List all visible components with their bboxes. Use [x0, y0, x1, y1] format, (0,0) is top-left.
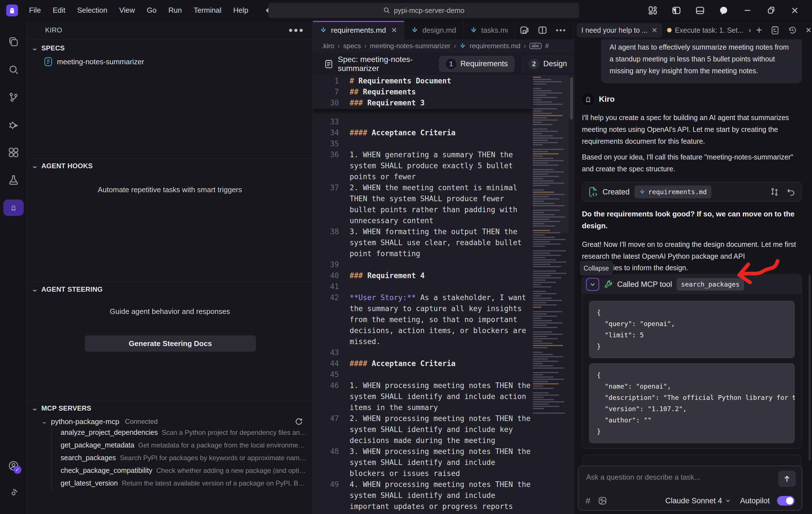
- mcp-server-row[interactable]: ⌄ python-package-mcp Connected: [27, 415, 313, 428]
- tab-design[interactable]: design.md: [404, 21, 463, 39]
- close-icon[interactable]: [790, 6, 800, 15]
- created-file-card[interactable]: Created requirements.md: [582, 182, 802, 202]
- chevron-right-icon[interactable]: ›: [749, 26, 751, 35]
- context-hash-icon[interactable]: #: [586, 496, 590, 506]
- history-icon[interactable]: [788, 26, 797, 35]
- menu-go[interactable]: Go: [141, 6, 163, 14]
- files-icon[interactable]: [0, 28, 27, 56]
- generate-steering-docs-button[interactable]: Generate Steering Docs: [85, 335, 256, 352]
- refresh-icon[interactable]: [295, 417, 303, 426]
- send-button[interactable]: [778, 471, 796, 487]
- menu-help[interactable]: Help: [227, 6, 254, 14]
- mcp-section-header[interactable]: ⌄ MCP SERVERS: [27, 402, 313, 415]
- account-icon[interactable]: ✓: [0, 452, 27, 480]
- mcp-request-json: { "query": "openai", "limit": 5}: [589, 301, 795, 358]
- breadcrumb-item[interactable]: .kiro: [321, 42, 334, 50]
- file-chip[interactable]: requirements.md: [635, 185, 712, 199]
- layout-sidebar-icon[interactable]: [672, 6, 681, 15]
- chat-messages[interactable]: AI agent has to effectively summarize me…: [574, 39, 812, 514]
- code-editor[interactable]: 33 34#### Acceptance Criteria35 361. WHE…: [313, 75, 574, 514]
- breadcrumb-item[interactable]: meeting-notes-summarizer: [370, 42, 450, 50]
- line-number: 48: [313, 446, 350, 479]
- step-design[interactable]: 2 Design: [522, 56, 574, 72]
- autopilot-toggle[interactable]: [777, 496, 794, 506]
- menu-edit[interactable]: Edit: [47, 6, 71, 14]
- code-line: 7## Requirements: [313, 87, 532, 97]
- settings-icon[interactable]: [0, 480, 27, 507]
- search-query-text: pypi-mcp-server-demo: [394, 6, 464, 14]
- menu-view[interactable]: View: [113, 6, 141, 14]
- hooks-section-header[interactable]: ⌄ AGENT HOOKS: [27, 159, 313, 173]
- menu-selection[interactable]: Selection: [71, 6, 113, 14]
- chat-scrollbar[interactable]: [809, 274, 811, 460]
- sidebar-item-spec[interactable]: meeting-notes-summarizer: [27, 55, 313, 69]
- account-badge-icon: ✓: [13, 466, 22, 474]
- markdown-preview-icon[interactable]: [520, 25, 529, 35]
- step-requirements[interactable]: 1 Requirements: [439, 56, 515, 72]
- breadcrumb[interactable]: .kiro› specs› meeting-notes-summarizer› …: [313, 39, 574, 53]
- minimap[interactable]: [533, 77, 569, 415]
- line-content: # Requirements Document: [350, 75, 531, 87]
- layout-grid-icon[interactable]: [648, 6, 658, 15]
- line-number: 36: [313, 149, 350, 182]
- breadcrumb-item[interactable]: specs: [343, 42, 361, 50]
- mcp-tool-row[interactable]: check_package_compatibilityCheck whether…: [52, 466, 313, 479]
- specs-section-header[interactable]: ⌄ SPECS: [27, 42, 313, 55]
- chat-bubble-icon[interactable]: [719, 6, 729, 15]
- layout-panel-icon[interactable]: [695, 6, 705, 15]
- mcp-tool-row[interactable]: get_package_metadataGet metadata for a p…: [52, 441, 313, 454]
- menu-file[interactable]: File: [23, 6, 47, 14]
- mcp-tool-name: check_package_compatibility: [61, 466, 152, 475]
- chat-input-card[interactable]: Ask a question or describe a task... # C…: [578, 465, 803, 511]
- diff-icon[interactable]: [770, 187, 779, 196]
- mcp-tool-row[interactable]: analyze_project_dependenciesScan a Pytho…: [52, 428, 313, 441]
- step-number: 2: [529, 59, 539, 69]
- more-actions-icon[interactable]: ●●●: [556, 28, 567, 33]
- mcp-tool-row[interactable]: search_packagesSearch PyPI for packages …: [52, 454, 313, 466]
- minimize-icon[interactable]: [743, 6, 752, 15]
- section-agent-steering: ⌄ AGENT STEERING Guide agent behavior an…: [27, 283, 313, 316]
- extensions-icon[interactable]: [0, 139, 27, 166]
- steering-label: AGENT STEERING: [41, 285, 103, 293]
- attach-image-icon[interactable]: [598, 496, 607, 506]
- line-number: 44: [313, 358, 350, 369]
- chat-tab-active[interactable]: I need your help to ... ✕: [577, 23, 662, 37]
- kiro-ghost-icon[interactable]: [0, 194, 27, 221]
- undo-icon[interactable]: [786, 187, 795, 196]
- steering-section-header[interactable]: ⌄ AGENT STEERING: [27, 283, 313, 296]
- chat-input-placeholder[interactable]: Ask a question or describe a task...: [586, 473, 700, 482]
- mcp-tool-header[interactable]: Called MCP tool search_packages: [582, 275, 802, 294]
- editor-scrollbar[interactable]: [570, 77, 573, 119]
- search-icon[interactable]: [0, 56, 27, 83]
- breadcrumb-symbol[interactable]: #: [545, 42, 549, 50]
- assistant-name: Kiro: [599, 95, 615, 104]
- tab-requirements[interactable]: requirements.md ✕: [313, 21, 404, 39]
- debug-icon[interactable]: [0, 111, 27, 139]
- markdown-file-icon: [411, 27, 418, 34]
- line-content: [350, 259, 531, 270]
- assistant-paragraph: Great! Now I'll move on to creating the …: [582, 238, 802, 262]
- command-search-input[interactable]: pypi-mcp-server-demo: [268, 3, 579, 18]
- close-panel-icon[interactable]: ✕: [806, 26, 812, 35]
- line-content: #### Acceptance Criteria: [350, 127, 531, 139]
- split-editor-icon[interactable]: [538, 25, 547, 35]
- sticky-scroll-lines: 1# Requirements Document7## Requirements…: [313, 75, 532, 109]
- menu-terminal[interactable]: Terminal: [188, 6, 227, 14]
- source-control-icon[interactable]: [0, 83, 27, 111]
- tab-tasks[interactable]: tasks.md: [463, 21, 515, 39]
- beaker-icon[interactable]: [0, 166, 27, 194]
- close-tab-icon[interactable]: ✕: [391, 26, 397, 35]
- new-chat-icon[interactable]: +: [756, 25, 762, 35]
- collapse-tooltip[interactable]: Collapse: [580, 261, 613, 276]
- sidebar-more-icon[interactable]: ●●●: [288, 26, 304, 34]
- breadcrumb-item[interactable]: requirements.md: [469, 42, 520, 50]
- task-list-icon[interactable]: [771, 26, 780, 35]
- code-line: 42**User Story:** As a stakeholder, I wa…: [313, 292, 532, 347]
- restore-icon[interactable]: [766, 6, 776, 15]
- collapse-chevron-button[interactable]: [586, 278, 599, 291]
- close-chat-tab-icon[interactable]: ✕: [651, 26, 658, 34]
- mcp-tool-row[interactable]: get_latest_versionReturn the latest avai…: [52, 479, 313, 492]
- menu-run[interactable]: Run: [163, 6, 188, 14]
- chat-tab-secondary[interactable]: Execute task: 1. Set...: [667, 26, 744, 34]
- model-selector[interactable]: Claude Sonnet 4: [665, 496, 731, 505]
